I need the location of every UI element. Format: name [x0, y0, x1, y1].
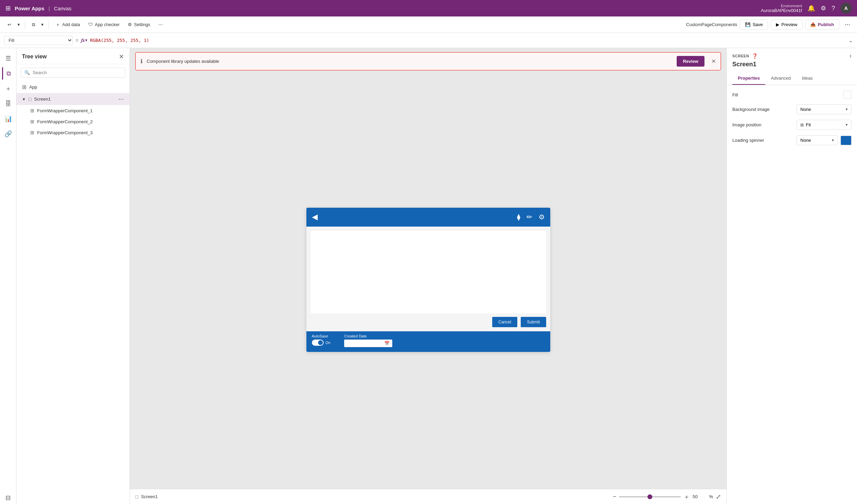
tree-item-form1[interactable]: ⊞ FormWrapperComponent_1 — [16, 105, 129, 116]
tree-item-screen1[interactable]: ▼ □ Screen1 ⋯ — [16, 93, 129, 105]
tree-item-form3[interactable]: ⊞ FormWrapperComponent_3 — [16, 127, 129, 138]
tab-advanced[interactable]: Advanced — [765, 72, 796, 85]
zoom-unit: % — [709, 494, 713, 499]
charts-button[interactable]: 📊 — [2, 113, 14, 125]
zoom-out-button[interactable]: − — [613, 493, 617, 500]
save-button[interactable]: 💾 Save — [740, 20, 768, 30]
preview-button[interactable]: ▶ Preview — [771, 20, 802, 30]
main-layout: ☰ ⧉ ＋ 🗄 📊 🔗 ⊟ Tree view ✕ 🔍 ⊞ App ▼ □ — [0, 48, 857, 504]
date-input[interactable]: 📅 — [344, 340, 392, 347]
save-icon: 💾 — [745, 22, 751, 27]
formula-fx-button[interactable]: 𝑓𝑥 ▾ — [81, 37, 87, 43]
review-button[interactable]: Review — [677, 56, 704, 67]
notification-bell-icon[interactable]: 🔔 — [808, 4, 815, 12]
copy-dropdown-button[interactable]: ▾ — [40, 20, 45, 29]
toolbar: ↩ ▾ ⧉ ▾ ＋ Add data 🛡 App checker ⚙ Setti… — [0, 16, 857, 33]
avatar[interactable]: A — [841, 3, 852, 14]
app-edit-icon[interactable]: ✏ — [527, 213, 532, 221]
add-data-button[interactable]: ＋ Add data — [52, 20, 83, 30]
connections-button[interactable]: 🔗 — [2, 128, 14, 140]
app-submit-button[interactable]: Submit — [521, 317, 546, 327]
prop-loading-spinner-row: Loading spinner None ▾ — [732, 135, 852, 145]
image-position-label: Image position — [732, 122, 762, 127]
help-icon[interactable]: ? — [832, 5, 835, 12]
canvas-viewport[interactable]: ◀ ⧫ ✏ ⚙ Cancel Submit — [130, 70, 726, 489]
hamburger-menu-button[interactable]: ☰ — [2, 52, 14, 65]
variables-button[interactable]: ⊟ — [2, 492, 14, 504]
settings-button[interactable]: ⚙ Settings — [124, 20, 154, 29]
tree-component-icon: ⊞ — [30, 130, 34, 135]
toggle-thumb — [318, 340, 323, 345]
settings-gear-icon[interactable]: ⚙ — [821, 4, 826, 12]
background-image-label: Background image — [732, 107, 769, 112]
toolbar-separator-1 — [25, 21, 25, 29]
checker-icon: 🛡 — [88, 22, 93, 27]
fill-label: Fill — [732, 92, 738, 98]
image-position-select[interactable]: ⊞ Fit ▾ — [797, 120, 852, 130]
zoom-controls: − ＋ 50 % ⤢ — [613, 493, 721, 501]
page-label: CustomPageComponents — [686, 22, 737, 27]
dropdown-chevron-icon: ▾ — [846, 123, 848, 127]
publish-button[interactable]: 📤 Publish — [805, 20, 839, 30]
app-form-area — [311, 231, 546, 313]
zoom-slider[interactable] — [619, 496, 681, 497]
app-header: ◀ ⧫ ✏ ⚙ — [306, 208, 550, 227]
app-back-button[interactable]: ◀ — [312, 213, 318, 221]
fill-color-swatch[interactable] — [843, 91, 852, 99]
tree-panel-title: Tree view — [22, 54, 47, 60]
tree-item-app[interactable]: ⊞ App — [16, 81, 129, 93]
app-content: Cancel Submit — [306, 227, 550, 331]
copy-button[interactable]: ⧉ — [29, 20, 38, 30]
formula-field-select[interactable]: Fill — [4, 36, 73, 45]
loading-spinner-select[interactable]: None ▾ — [797, 135, 838, 145]
canvas-statusbar: □ Screen1 − ＋ 50 % ⤢ — [130, 489, 726, 504]
tab-properties[interactable]: Properties — [732, 72, 765, 85]
prop-image-position-row: Image position ⊞ Fit ▾ — [732, 120, 852, 130]
fullscreen-button[interactable]: ⤢ — [716, 493, 721, 501]
app-buttons: Cancel Submit — [311, 313, 546, 327]
tab-ideas[interactable]: Ideas — [796, 72, 818, 85]
undo-button[interactable]: ↩ — [4, 20, 15, 29]
zoom-value: 50 — [692, 494, 706, 499]
environment-info: Environment AuroraBAPEnv0041f — [761, 4, 802, 13]
toolbar-separator-2 — [48, 21, 49, 29]
formula-input[interactable] — [90, 38, 846, 43]
screen-icon: □ — [135, 494, 138, 500]
toggle-track[interactable] — [312, 340, 324, 346]
app-cancel-button[interactable]: Cancel — [492, 317, 517, 327]
data-button[interactable]: 🗄 — [2, 98, 14, 110]
app-filter-icon[interactable]: ⧫ — [517, 213, 520, 221]
notification-info-icon: ℹ — [140, 58, 143, 65]
tree-close-button[interactable]: ✕ — [119, 53, 124, 60]
panel-expand-icon[interactable]: › — [849, 52, 852, 59]
right-panel-title: Screen1 — [727, 59, 857, 72]
tree-item-form2[interactable]: ⊞ FormWrapperComponent_2 — [16, 116, 129, 127]
tree-search-box[interactable]: 🔍 — [21, 68, 125, 78]
tree-more-icon[interactable]: ⋯ — [119, 96, 124, 102]
app-title: Power Apps — [15, 5, 44, 11]
right-panel-tabs: Properties Advanced Ideas — [727, 72, 857, 85]
add-control-button[interactable]: ＋ — [2, 82, 14, 95]
layers-button[interactable]: ⧉ — [2, 67, 14, 80]
help-circle-icon[interactable]: ❓ — [752, 53, 758, 59]
right-panel: SCREEN ❓ › Screen1 Properties Advanced I… — [726, 48, 857, 504]
notification-close-button[interactable]: ✕ — [711, 58, 716, 65]
app-settings-icon[interactable]: ⚙ — [539, 213, 545, 221]
formula-expand-button[interactable]: ⌄ — [848, 37, 853, 44]
zoom-in-button[interactable]: ＋ — [684, 493, 690, 501]
app-footer-date: Created Date 📅 — [344, 334, 392, 347]
tree-chevron-down-icon: ▼ — [22, 97, 26, 101]
loading-spinner-color-swatch[interactable] — [841, 136, 852, 145]
top-bar: ⊞ Power Apps | Canvas Environment Aurora… — [0, 0, 857, 16]
waffle-icon[interactable]: ⊞ — [5, 4, 11, 12]
search-input[interactable] — [33, 70, 122, 75]
undo-dropdown-button[interactable]: ▾ — [16, 20, 21, 29]
prop-fill-row: Fill — [732, 91, 852, 99]
tree-component-icon: ⊞ — [30, 108, 34, 113]
app-checker-button[interactable]: 🛡 App checker — [85, 20, 123, 29]
zoom-thumb — [647, 494, 652, 499]
background-image-select[interactable]: None ▾ — [797, 104, 852, 114]
more-button[interactable]: ⋯ — [155, 20, 166, 29]
toolbar-overflow-button[interactable]: ⋯ — [842, 19, 853, 30]
canvas-label: Canvas — [54, 5, 71, 11]
